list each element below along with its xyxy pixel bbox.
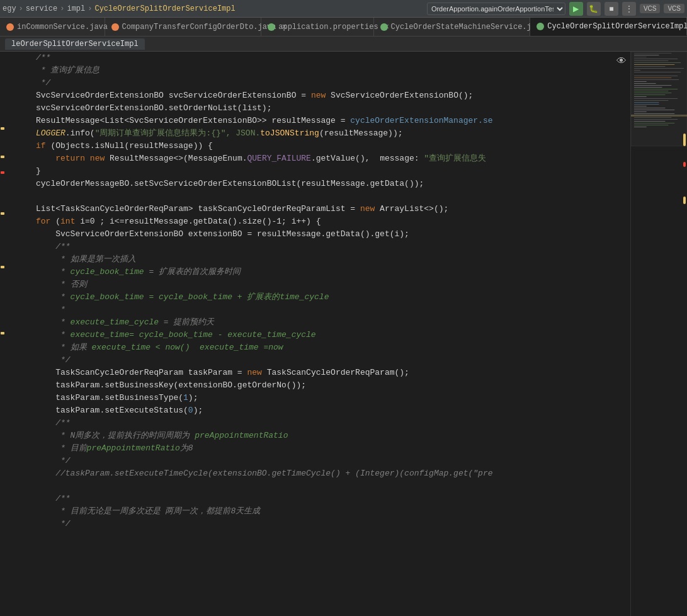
line-number	[5, 442, 33, 455]
line-number	[5, 266, 33, 278]
run-button[interactable]: ▶	[569, 2, 583, 16]
eye-icon[interactable]: 👁	[616, 55, 627, 67]
code-token: * N周多次，提前执行的时间周期为	[36, 431, 195, 440]
props-icon	[268, 23, 275, 31]
code-token: (	[55, 217, 60, 226]
table-row: * N周多次，提前执行的时间周期为 preAppointmentRatio	[5, 430, 630, 442]
code-token: TaskScanCycleOrderReqParam taskParam =	[36, 368, 247, 377]
line-number	[5, 304, 33, 316]
line-content: /**	[33, 493, 630, 505]
code-token: /**	[36, 242, 71, 251]
line-number	[5, 291, 33, 304]
line-content: * 目前无论是一周多次还是 两周一次，都提前8天生成	[33, 505, 630, 518]
minimap[interactable]	[630, 52, 687, 616]
table-row: * execute_time_cycle = 提前预约天	[5, 316, 630, 329]
table-row: taskParam.setBusinessType(1);	[5, 392, 630, 404]
code-token: .getValue(),	[311, 154, 380, 163]
code-token: }	[36, 166, 41, 176]
code-area[interactable]: 👁 /** * 查询扩展信息	[5, 52, 630, 616]
table-row: * 查询扩展信息	[5, 64, 630, 77]
svg-rect-40	[631, 52, 687, 146]
debug-button[interactable]: 🐛	[587, 2, 601, 16]
code-token: .info(	[65, 128, 95, 138]
line-content: taskParam.setBusinessKey(extensionBO.get…	[33, 379, 630, 392]
line-content: * N周多次，提前执行的时间周期为 preAppointmentRatio	[33, 430, 630, 442]
table-row: */	[5, 354, 630, 367]
code-token: * 如果是第一次插入	[36, 254, 136, 264]
code-token: preAppointmentRatio	[87, 443, 180, 453]
code-token	[36, 154, 55, 163]
line-number	[5, 505, 33, 518]
tab-cyclesplit[interactable]: CycleOrderSplitOrderServiceImpl.ja ×	[530, 18, 687, 36]
table-row: return new ResultMessage<>(MessageEnum.Q…	[5, 152, 630, 165]
code-token: *	[36, 305, 65, 314]
line-number	[5, 228, 33, 241]
run-config-select[interactable]: OrderApportion.againOrderApportionTes2	[427, 3, 565, 15]
code-token: for	[36, 217, 55, 226]
table-row: }	[5, 165, 630, 178]
code-token: * 如果	[36, 343, 91, 352]
tab-cyclestatemachine[interactable]: CycleOrderStateMachineService.java ×	[374, 18, 531, 36]
table-row: cycleOrderMessageBO.setSvcServiceOrderEx…	[5, 178, 630, 190]
line-content: for (int i=0 ; i<=resultMessage.getData(…	[33, 215, 630, 228]
line-content: * cycle_book_time = 扩展表的首次服务时间	[33, 266, 630, 278]
code-token: preAppointmentRatio	[195, 431, 288, 440]
line-content: List<TaskScanCycleOrderReqParam> taskSca…	[33, 203, 630, 215]
code-token: = 扩展表的首次服务时间	[144, 267, 241, 277]
code-scroll[interactable]: /** * 查询扩展信息 */ SvcSe	[5, 52, 630, 616]
breadcrumb: egy › service › impl › CycleOrderSplitOr…	[3, 4, 427, 13]
line-content: */	[33, 354, 630, 367]
table-row: * 否则	[5, 278, 630, 291]
more-button[interactable]: ⋮	[622, 2, 636, 16]
code-token: new	[360, 204, 380, 214]
code-token: if	[36, 141, 50, 151]
line-content: * 目前preAppointmentRatio为8	[33, 442, 630, 455]
code-token: cycle_book_time	[71, 267, 144, 277]
table-row: taskParam.setExecuteStatus(0);	[5, 404, 630, 417]
top-bar: egy › service › impl › CycleOrderSplitOr…	[0, 0, 687, 18]
line-content: svcServiceOrderExtensionBO.setOrderNoLis…	[33, 102, 630, 115]
code-token: */	[36, 519, 71, 528]
active-tab-bar: leOrderSplitOrderServiceImpl	[0, 37, 687, 52]
line-number	[5, 253, 33, 266]
table-row: * 如果 execute_time < now() execute_time =…	[5, 341, 630, 354]
line-content: */	[33, 518, 630, 530]
line-number	[5, 152, 33, 165]
code-token: 为8	[180, 443, 193, 453]
code-token: 1	[183, 393, 188, 402]
tab-companytransfer[interactable]: CompanyTransferConfigOrderDto.java ×	[105, 18, 262, 36]
code-token: new	[90, 154, 110, 163]
tab-incommonservice[interactable]: inCommonService.java ×	[0, 18, 105, 36]
code-token: LOGGER	[36, 128, 65, 138]
line-number	[5, 102, 33, 115]
table-row: List<TaskScanCycleOrderReqParam> taskSca…	[5, 203, 630, 215]
code-token: execute_time_cycle	[71, 317, 159, 327]
code-token: */	[36, 456, 71, 465]
code-token: taskParam.setBusinessKey(extensionBO.get…	[36, 380, 306, 390]
vcs-button-1[interactable]: VCS	[640, 4, 661, 13]
line-number	[5, 329, 33, 341]
line-content: taskParam.setBusinessType(1);	[33, 392, 630, 404]
line-number	[5, 379, 33, 392]
table-row: /**	[5, 417, 630, 430]
line-number	[5, 417, 33, 430]
line-content: * cycle_book_time = cycle_book_time + 扩展…	[33, 291, 630, 304]
code-token: ArrayList<>();	[380, 204, 448, 214]
line-content: * 查询扩展信息	[33, 64, 630, 77]
code-token: "查询扩展信息失	[424, 154, 486, 163]
stop-button[interactable]: ■	[605, 2, 618, 16]
code-token: "周期订单查询扩展信息结果为:{}", JSON.	[95, 128, 261, 138]
code-token: * 目前	[36, 443, 87, 453]
code-token: = 提前预约天	[159, 317, 214, 327]
code-token: *	[36, 317, 71, 327]
code-token: QUERY_FAILURE	[247, 154, 310, 163]
line-content: SvcServiceOrderExtensionBO svcServiceOrd…	[33, 89, 630, 102]
line-number	[5, 455, 33, 467]
line-content: /**	[33, 417, 630, 430]
line-number	[5, 404, 33, 417]
tab-label-3: application.properties	[278, 23, 378, 31]
tab-applicationprops[interactable]: application.properties ×	[261, 18, 373, 36]
vcs-button-2[interactable]: VCS	[664, 4, 684, 13]
line-content: */	[33, 455, 630, 467]
line-number	[5, 467, 33, 480]
